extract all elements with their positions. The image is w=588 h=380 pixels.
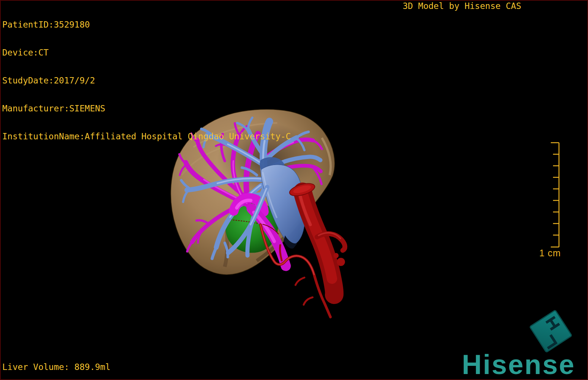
liver-volume-text: Liver Volume: 889.9ml bbox=[2, 362, 111, 372]
watermark-text: 3D Model by Hisense CAS bbox=[403, 1, 521, 11]
viewer-window: 1 cm PatientID:3529180 Device:CT StudyDa… bbox=[0, 0, 588, 380]
study-date-line: StudyDate:2017/9/2 bbox=[2, 76, 291, 85]
institution-line: InstitutionName:Affiliated Hospital Qing… bbox=[2, 132, 291, 141]
device-line: Device:CT bbox=[2, 48, 291, 57]
patient-id-line: PatientID:3529180 bbox=[2, 20, 291, 29]
manufacturer-line: Manufacturer:SIEMENS bbox=[2, 104, 291, 113]
scale-label: 1 cm bbox=[539, 248, 561, 259]
hisense-logo: Hisense bbox=[462, 351, 575, 379]
patient-info-block: PatientID:3529180 Device:CT StudyDate:20… bbox=[2, 1, 291, 160]
